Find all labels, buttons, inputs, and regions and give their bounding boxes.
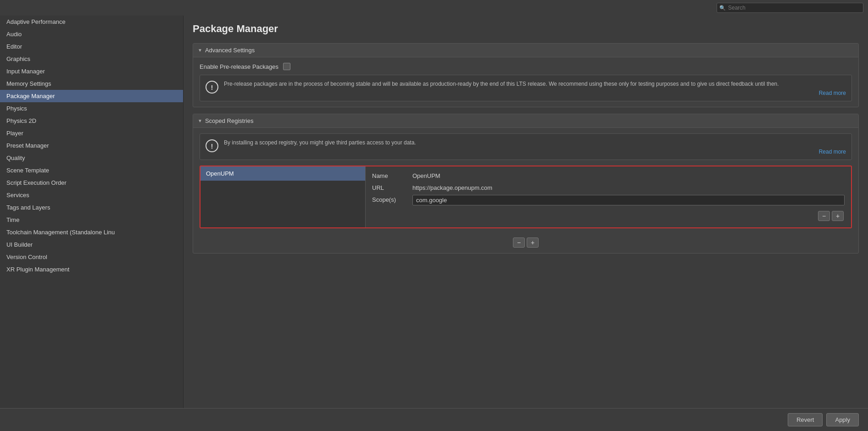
sidebar-item-memory-settings[interactable]: Memory Settings — [0, 77, 183, 90]
search-input[interactable] — [717, 3, 863, 13]
advanced-settings-chevron: ▼ — [198, 48, 202, 53]
scoped-info-content: By installing a scoped registry, you mig… — [224, 138, 846, 155]
search-wrapper: 🔍 — [717, 3, 863, 13]
enable-prerelease-row: Enable Pre-release Packages — [200, 63, 852, 70]
scoped-minus-button[interactable]: − — [513, 238, 525, 248]
sidebar-item-input-manager[interactable]: Input Manager — [0, 65, 183, 77]
sidebar-item-package-manager[interactable]: Package Manager — [0, 90, 183, 102]
sidebar-item-audio[interactable]: Audio — [0, 28, 183, 40]
advanced-settings-header[interactable]: ▼ Advanced Settings — [193, 44, 858, 57]
registry-url-value: https://package.openupm.com — [412, 183, 845, 191]
sidebar-item-editor[interactable]: Editor — [0, 40, 183, 53]
advanced-info-content: Pre-release packages are in the process … — [224, 80, 846, 96]
search-icon: 🔍 — [719, 5, 726, 11]
registry-minus-button[interactable]: − — [818, 211, 830, 221]
scoped-read-more-link[interactable]: Read more — [224, 149, 846, 155]
scoped-registries-body: ! By installing a scoped registry, you m… — [193, 128, 858, 253]
registry-scopes-row: Scope(s) — [372, 195, 845, 205]
scoped-registries-panel: ▼ Scoped Registries ! By installing a sc… — [193, 114, 859, 254]
scoped-registries-header[interactable]: ▼ Scoped Registries — [193, 114, 858, 128]
advanced-read-more-link[interactable]: Read more — [224, 90, 846, 96]
enable-prerelease-checkbox[interactable] — [283, 63, 290, 70]
registry-scopes-input[interactable] — [412, 195, 845, 205]
sidebar-item-scene-template[interactable]: Scene Template — [0, 164, 183, 177]
main-layout: Adaptive PerformanceAudioEditorGraphicsI… — [0, 16, 868, 408]
advanced-settings-label: Advanced Settings — [205, 47, 255, 54]
sidebar-item-ui-builder[interactable]: UI Builder — [0, 238, 183, 251]
revert-button[interactable]: Revert — [788, 413, 823, 426]
top-bar: 🔍 — [0, 0, 868, 16]
sidebar-item-adaptive-performance[interactable]: Adaptive Performance — [0, 16, 183, 28]
sidebar-item-services[interactable]: Services — [0, 189, 183, 201]
warning-icon: ! — [206, 81, 218, 94]
advanced-settings-info-box: ! Pre-release packages are in the proces… — [200, 75, 852, 101]
sidebar-item-player[interactable]: Player — [0, 127, 183, 139]
scoped-warning-icon: ! — [206, 139, 218, 152]
sidebar-item-preset-manager[interactable]: Preset Manager — [0, 139, 183, 152]
registry-name-label: Name — [372, 171, 409, 179]
registry-list-item-openupm[interactable]: OpenUPM — [200, 166, 365, 181]
scoped-info-text: By installing a scoped registry, you mig… — [224, 138, 846, 147]
registry-detail: Name OpenUPM URL https://package.openupm… — [366, 166, 851, 227]
registry-container: OpenUPM Name OpenUPM URL https://package… — [200, 166, 852, 228]
registry-name-value: OpenUPM — [412, 171, 845, 179]
registry-url-row: URL https://package.openupm.com — [372, 183, 845, 191]
advanced-info-text: Pre-release packages are in the process … — [224, 80, 846, 88]
scoped-info-box: ! By installing a scoped registry, you m… — [200, 133, 852, 160]
registry-openupm-label: OpenUPM — [206, 170, 234, 177]
enable-prerelease-label: Enable Pre-release Packages — [200, 63, 278, 70]
sidebar-item-physics[interactable]: Physics — [0, 102, 183, 115]
sidebar-item-xr-plugin-management[interactable]: XR Plugin Management — [0, 263, 183, 276]
advanced-settings-panel: ▼ Advanced Settings Enable Pre-release P… — [193, 43, 859, 107]
scoped-registries-chevron: ▼ — [198, 118, 202, 123]
sidebar-item-physics-2d[interactable]: Physics 2D — [0, 115, 183, 127]
sidebar-item-quality[interactable]: Quality — [0, 152, 183, 164]
registry-scopes-label: Scope(s) — [372, 195, 409, 203]
registry-action-row: − + — [372, 209, 845, 223]
scoped-plus-button[interactable]: + — [527, 238, 539, 248]
bottom-bar: Revert Apply — [0, 408, 868, 431]
advanced-settings-body: Enable Pre-release Packages ! Pre-releas… — [193, 57, 858, 107]
page-title: Package Manager — [193, 23, 859, 35]
content-area: Package Manager ▼ Advanced Settings Enab… — [184, 16, 868, 408]
scoped-registries-label: Scoped Registries — [205, 117, 254, 124]
registry-list: OpenUPM — [200, 166, 366, 227]
sidebar-item-script-execution-order[interactable]: Script Execution Order — [0, 177, 183, 189]
registry-url-label: URL — [372, 183, 409, 191]
sidebar-item-time[interactable]: Time — [0, 214, 183, 226]
registry-name-row: Name OpenUPM — [372, 171, 845, 179]
apply-button[interactable]: Apply — [826, 413, 859, 426]
sidebar-item-graphics[interactable]: Graphics — [0, 53, 183, 65]
sidebar: Adaptive PerformanceAudioEditorGraphicsI… — [0, 16, 184, 408]
sidebar-item-tags-and-layers[interactable]: Tags and Layers — [0, 201, 183, 214]
sidebar-item-version-control[interactable]: Version Control — [0, 251, 183, 263]
sidebar-item-toolchain-management[interactable]: Toolchain Management (Standalone Linu — [0, 226, 183, 238]
scoped-add-remove-row: − + — [200, 238, 852, 248]
registry-plus-button[interactable]: + — [832, 211, 844, 221]
